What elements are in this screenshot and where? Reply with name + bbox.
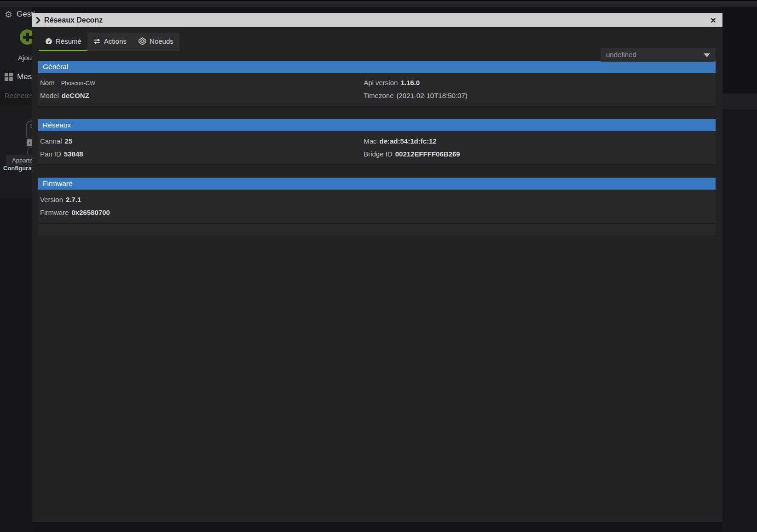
field-value: Phoscon-GW [61, 80, 95, 87]
field-label: Mac [364, 137, 376, 145]
info-row: Pan ID53848 Bridge ID00212EFFFF06B269 [38, 148, 716, 161]
field-value: deCONZ [62, 92, 89, 99]
gateway-select-value: undefined [606, 51, 636, 58]
field-label: Timezone [364, 92, 393, 99]
sidebar-rest-band [0, 198, 32, 532]
gear-icon: ⚙ [5, 10, 12, 19]
field-value: 0x26580700 [72, 208, 110, 216]
tile-caption: Configurati [3, 165, 35, 172]
right-band-top [722, 7, 757, 93]
deconz-network-modal: Réseaux Deconz × Résumé [32, 13, 722, 522]
info-row: Firmware0x26580700 [38, 206, 716, 219]
gateway-select[interactable]: undefined [601, 48, 716, 62]
section-header-general: Général [38, 61, 716, 73]
top-bar [0, 0, 757, 7]
field-value: 25 [65, 137, 73, 145]
tab-resume[interactable]: Résumé [39, 33, 87, 51]
info-row: NomPhoscon-GW Api version1.16.0 [38, 76, 716, 89]
section-panel-general: NomPhoscon-GW Api version1.16.0 ModeldeC… [38, 73, 716, 107]
info-row: Cannal25 Macde:ad:54:1d:fc:12 [38, 135, 716, 148]
tab-actions[interactable]: Actions [87, 33, 133, 51]
nav-item-gestion[interactable]: ⚙ Gesti [5, 10, 35, 19]
search-input[interactable]: Recherch [5, 92, 34, 99]
modal-header: Réseaux Deconz × [32, 13, 722, 27]
section-panel-reseaux: Cannal25 Macde:ad:54:1d:fc:12 Pan ID5384… [38, 131, 716, 165]
page: ⚙ Gesti Ajout Mes Recherch Q Apparte Con… [0, 0, 757, 532]
field-label: Cannal [40, 137, 62, 145]
chevron-right-icon [36, 17, 40, 23]
gauge-icon [45, 38, 52, 45]
section-panel-firmware: Version2.7.1 Firmware0x26580700 [38, 190, 716, 224]
tab-noeuds[interactable]: Noeuds [133, 33, 179, 51]
right-band-bottom [722, 109, 757, 532]
section-header-firmware: Firmware [38, 178, 716, 190]
nodes-icon [139, 37, 146, 45]
field-value: de:ad:54:1d:fc:12 [380, 137, 437, 145]
field-label: Firmware [40, 208, 69, 216]
field-value: 2.7.1 [66, 196, 81, 203]
sliders-icon [93, 38, 101, 45]
grid-icon [5, 73, 13, 81]
field-value: (2021-02-10T18:50:07) [396, 92, 467, 99]
nav-item-mes[interactable]: Mes [5, 72, 32, 81]
field-label: Pan ID [40, 150, 61, 158]
sections: Général NomPhoscon-GW Api version1.16.0 … [38, 61, 716, 237]
field-value: 00212EFFFF06B269 [395, 150, 460, 158]
add-button-label: Ajout [18, 54, 34, 62]
background-right-sliver [722, 7, 757, 532]
tab-bar: Résumé Actions Noeuds [39, 33, 179, 51]
right-band-search [722, 93, 757, 109]
nav-item-mes-label: Mes [17, 72, 32, 81]
modal-body: Résumé Actions Noeuds [32, 27, 722, 237]
info-row: Version2.7.1 [38, 193, 716, 206]
field-value: 53848 [64, 150, 83, 158]
field-label: Model [40, 92, 59, 99]
field-label: Nom [40, 79, 55, 87]
section-footer [38, 224, 716, 237]
field-label: Bridge ID [364, 150, 393, 158]
info-row: ModeldeCONZ Timezone(2021-02-10T18:50:07… [38, 89, 716, 102]
field-label: Api version [364, 79, 398, 87]
chevron-down-icon [704, 53, 710, 57]
modal-title: Réseaux Deconz [44, 16, 103, 24]
close-icon[interactable]: × [711, 15, 716, 25]
background-sidebar [0, 7, 32, 532]
section-header-reseaux: Réseaux [38, 119, 716, 131]
field-value: 1.16.0 [400, 79, 420, 87]
field-label: Version [40, 196, 63, 203]
